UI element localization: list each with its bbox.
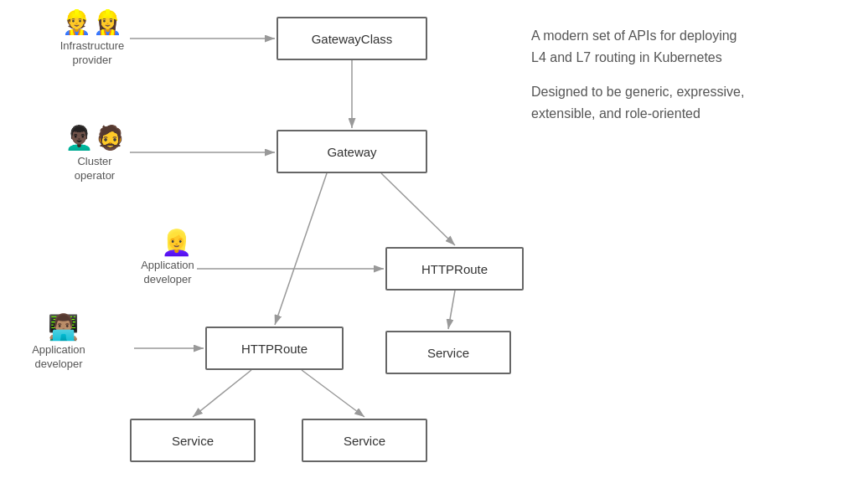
infra-label-line1: Infrastructure [60,39,125,52]
svg-line-9 [193,370,251,417]
service3-box: Service [302,419,427,462]
cluster-emoji: 👨🏿‍🦱🧔 [57,124,132,152]
cluster-label-line2: operator [75,169,115,182]
diagram-container: GatewayClass Gateway HTTPRoute HTTPRoute… [0,0,858,504]
gatewayclass-label: GatewayClass [312,32,393,46]
cluster-operator-label: Cluster operator [57,155,132,183]
infra-label-line2: provider [73,54,112,66]
app-dev2-label-line1: Application [32,343,85,356]
cluster-operator-group: 👨🏿‍🦱🧔 Cluster operator [57,124,132,180]
service1-label: Service [427,346,469,360]
app-dev2-label-line2: developer [34,357,82,370]
svg-line-6 [381,173,455,245]
app-dev1-emoji: 👱‍♀️ [134,228,218,257]
description-panel: A modern set of APIs for deploying L4 an… [531,25,833,137]
httproute1-box: HTTPRoute [385,247,524,291]
httproute1-label: HTTPRoute [421,262,488,276]
httproute2-box: HTTPRoute [205,327,344,370]
infra-emoji: 👷👷‍♀️ [50,8,134,36]
description-para1: A modern set of APIs for deploying L4 an… [531,25,833,68]
app-dev2-emoji: 👨🏽‍💻 [21,312,105,342]
httproute2-label: HTTPRoute [241,342,308,356]
description-line4: extensible, and role-oriented [531,106,700,121]
description-para2: Designed to be generic, expressive, exte… [531,81,833,124]
app-dev2-group: 👨🏽‍💻 Application developer [21,312,105,370]
app-dev1-label-line2: developer [143,273,191,285]
service2-box: Service [130,419,256,462]
app-dev1-label: Application developer [126,259,209,287]
gateway-label: Gateway [327,145,376,159]
description-line2: L4 and L7 routing in Kubernetes [531,50,722,64]
app-dev1-label-line1: Application [141,259,194,271]
gatewayclass-box: GatewayClass [277,17,427,60]
infra-provider-group: 👷👷‍♀️ Infrastructure provider [50,8,134,64]
svg-line-10 [302,370,364,417]
svg-line-8 [448,291,455,329]
infra-provider-label: Infrastructure provider [50,39,134,68]
gateway-box: Gateway [277,130,427,173]
app-dev1-group: 👱‍♀️ Application developer [134,228,218,285]
cluster-label-line1: Cluster [77,155,111,167]
service2-label: Service [172,434,214,448]
description-line3: Designed to be generic, expressive, [531,85,744,99]
service3-label: Service [344,434,385,448]
svg-line-7 [275,173,327,325]
service1-box: Service [385,331,511,374]
description-line1: A modern set of APIs for deploying [531,28,737,43]
app-dev2-label: Application developer [17,343,101,372]
